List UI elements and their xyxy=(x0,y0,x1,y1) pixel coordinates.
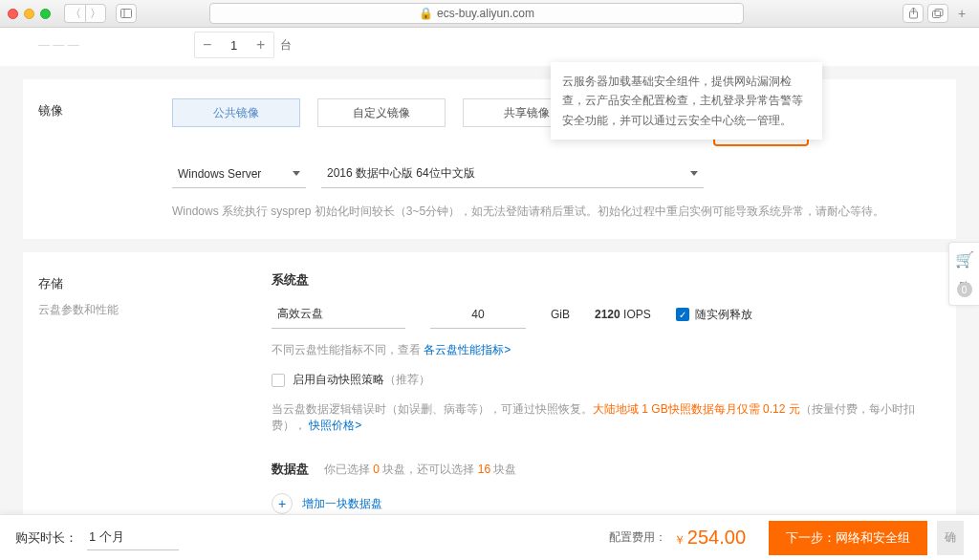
address-bar[interactable]: 🔒 ecs-buy.aliyun.com xyxy=(209,3,744,24)
disk-size-input[interactable]: 40 xyxy=(430,300,526,329)
data-disk-title: 数据盘 xyxy=(272,461,309,478)
snapshot-label: 启用自动快照策略（推荐） xyxy=(293,372,430,388)
confirm-button[interactable]: 确 xyxy=(937,521,964,555)
add-data-disk-label[interactable]: 增加一块数据盘 xyxy=(302,496,382,512)
maximize-window-icon[interactable] xyxy=(40,9,51,19)
new-tab-button[interactable]: + xyxy=(952,4,971,23)
url-text: ecs-buy.aliyun.com xyxy=(437,7,534,20)
window-controls xyxy=(8,9,51,19)
total-price: ￥ 254.00 xyxy=(674,527,746,549)
release-with-instance-checkbox[interactable]: ✓ 随实例释放 xyxy=(676,307,752,323)
image-hint: Windows 系统执行 sysprep 初始化时间较长（3~5分钟），如无法登… xyxy=(172,204,941,220)
tab-custom-image[interactable]: 自定义镜像 xyxy=(317,98,446,127)
storage-sub-label: 云盘参数和性能 xyxy=(38,302,119,318)
share-button[interactable] xyxy=(903,4,924,23)
nav-back-forward: 〈 〉 xyxy=(64,4,106,23)
cart-icon: 🛒 xyxy=(955,250,974,269)
disk-perf-hint: 不同云盘性能指标不同，查看 各云盘性能指标> xyxy=(272,342,941,358)
browser-chrome: 〈 〉 🔒 ecs-buy.aliyun.com + xyxy=(0,0,979,28)
qty-unit: 台 xyxy=(280,37,292,54)
cart-label: 购物车 xyxy=(956,271,972,277)
svg-rect-0 xyxy=(121,10,132,18)
duration-value: 1 个月 xyxy=(89,528,124,546)
tab-public-image[interactable]: 公共镜像 xyxy=(172,98,300,127)
os-select[interactable]: Windows Server xyxy=(172,160,306,188)
quantity-stepper[interactable]: − 1 + xyxy=(194,32,274,58)
os-version-select[interactable]: 2016 数据中心版 64位中文版 xyxy=(321,160,704,188)
image-section-label: 镜像 xyxy=(38,98,67,220)
disk-size-value: 40 xyxy=(471,308,484,321)
currency-symbol: ￥ xyxy=(674,532,685,549)
cart-count-badge: 0 xyxy=(957,282,972,297)
image-card: 镜像 公共镜像 自定义镜像 共享镜像 镜像市 云服务器加载基础安全组件，提供网站… xyxy=(23,79,956,239)
qty-minus-button[interactable]: − xyxy=(195,32,220,57)
security-tooltip: 云服务器加载基础安全组件，提供网站漏洞检查，云产品安全配置检查，主机登录异常告警… xyxy=(551,62,822,140)
disk-perf-link[interactable]: 各云盘性能指标> xyxy=(424,343,511,356)
sidebar-toggle-button[interactable] xyxy=(116,4,137,23)
os-version-value: 2016 数据中心版 64位中文版 xyxy=(327,165,475,182)
lock-icon: 🔒 xyxy=(419,7,433,20)
price-label: 配置费用： xyxy=(609,529,666,546)
os-select-value: Windows Server xyxy=(178,167,261,181)
storage-card: 存储 云盘参数和性能 系统盘 高效云盘 40 GiB 2120 IOPS ✓ 随… xyxy=(23,252,956,533)
storage-section-label: 存储 xyxy=(38,271,119,292)
add-data-disk-button[interactable]: + xyxy=(272,493,293,514)
disk-iops: 2120 IOPS xyxy=(595,308,651,321)
qty-plus-button[interactable]: + xyxy=(249,32,273,57)
qty-value: 1 xyxy=(220,38,249,53)
snapshot-desc: 当云盘数据逻辑错误时（如误删、病毒等），可通过快照恢复。大陆地域 1 GB快照数… xyxy=(272,401,941,434)
duration-label: 购买时长： xyxy=(15,529,77,547)
duration-picker: 购买时长： 1 个月 xyxy=(15,525,179,550)
checkbox-checked-icon: ✓ xyxy=(676,308,689,321)
tabs-button[interactable] xyxy=(927,4,948,23)
disk-type-value: 高效云盘 xyxy=(277,306,323,322)
price-value: 254.00 xyxy=(687,527,746,549)
minimize-window-icon[interactable] xyxy=(24,9,34,19)
caret-icon xyxy=(293,171,300,176)
svg-rect-5 xyxy=(935,9,943,15)
release-label: 随实例释放 xyxy=(695,307,752,323)
data-disk-count: 你已选择 0 块盘，还可以选择 16 块盘 xyxy=(324,462,516,478)
footer-bar: 购买时长： 1 个月 配置费用： ￥ 254.00 下一步：网络和安全组 确 xyxy=(0,514,979,560)
snapshot-price-link[interactable]: 快照价格> xyxy=(306,419,361,432)
snapshot-checkbox[interactable] xyxy=(272,374,285,387)
duration-select[interactable]: 1 个月 xyxy=(87,525,179,550)
disk-type-select[interactable]: 高效云盘 xyxy=(272,300,405,329)
svg-rect-4 xyxy=(933,11,941,17)
back-button[interactable]: 〈 xyxy=(64,4,85,23)
cart-sidebar[interactable]: 🛒 购物车 0 xyxy=(948,242,979,306)
caret-icon xyxy=(690,171,698,176)
forward-button[interactable]: 〉 xyxy=(85,4,106,23)
system-disk-title: 系统盘 xyxy=(272,271,941,289)
next-step-button[interactable]: 下一步：网络和安全组 xyxy=(769,521,927,555)
disk-size-unit: GiB xyxy=(551,308,570,321)
close-window-icon[interactable] xyxy=(8,9,18,19)
quantity-row: — — — − 1 + 台 xyxy=(0,28,979,66)
